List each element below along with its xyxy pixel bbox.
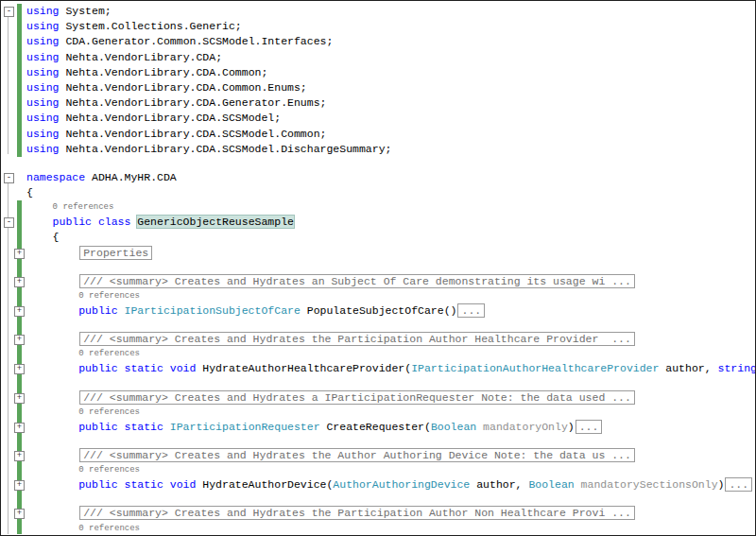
fold-expand-icon[interactable]: + bbox=[14, 451, 25, 461]
code-line[interactable]: +public static IParticipationRequester C… bbox=[1, 420, 755, 435]
code-line[interactable]: +public IParticipationSubjectOfCare Popu… bbox=[1, 303, 755, 319]
code-text: using System.Collections.Generic; bbox=[26, 19, 755, 34]
code-text: 0 references bbox=[26, 289, 755, 303]
fold-expand-icon[interactable]: + bbox=[14, 480, 25, 491]
codelens-references[interactable]: 0 references bbox=[78, 465, 140, 475]
code-text: public class GenericObjectReuseSample bbox=[26, 215, 755, 230]
code-text: /// <summary> Creates and Hydrates the P… bbox=[26, 332, 755, 347]
code-text: public static IParticipationRequester Cr… bbox=[26, 420, 755, 435]
code-line[interactable]: +/// <summary> Creates and Hydrates the … bbox=[1, 448, 755, 463]
code-line[interactable]: +/// <summary> Creates and Hydrates a IP… bbox=[1, 390, 755, 406]
code-line[interactable]: using CDA.Generator.Common.SCSModel.Inte… bbox=[1, 34, 755, 49]
code-line[interactable]: using Nehta.VendorLibrary.CDA.SCSModel; bbox=[1, 111, 755, 126]
code-line[interactable]: +public static void HydrateAuthorHealthc… bbox=[1, 361, 755, 376]
code-text: /// <summary> Creates and Hydrates the A… bbox=[26, 448, 755, 463]
code-token: Boolean bbox=[528, 478, 574, 491]
fold-expand-icon[interactable]: + bbox=[14, 509, 25, 519]
codelens-row[interactable]: 0 references bbox=[1, 406, 755, 420]
collapsed-region-box[interactable]: /// <summary> Creates and Hydrates the P… bbox=[79, 506, 635, 520]
codelens-row[interactable]: 0 references bbox=[1, 522, 755, 536]
codelens-references[interactable]: 0 references bbox=[78, 291, 140, 301]
code-token: System.Collections.Generic; bbox=[60, 20, 242, 32]
codelens-row[interactable]: 0 references bbox=[1, 289, 755, 303]
fold-collapse-icon[interactable]: - bbox=[4, 173, 14, 183]
code-text: 0 references bbox=[26, 406, 755, 420]
fold-collapse-icon[interactable]: - bbox=[4, 7, 14, 17]
code-text: 0 references bbox=[26, 347, 755, 361]
code-line[interactable]: using Nehta.VendorLibrary.CDA; bbox=[1, 50, 755, 65]
code-text: using Nehta.VendorLibrary.CDA.SCSModel.D… bbox=[26, 142, 755, 157]
collapsed-region-box[interactable]: /// <summary> Creates and Hydrates the A… bbox=[79, 448, 635, 462]
code-token: using bbox=[26, 143, 60, 155]
codelens-references[interactable]: 0 references bbox=[53, 202, 114, 212]
collapsed-region-box[interactable]: /// <summary> Creates and Hydrates an Su… bbox=[79, 274, 635, 288]
blank-line bbox=[1, 435, 755, 448]
code-token: public static void bbox=[78, 478, 202, 491]
fold-expand-icon[interactable]: + bbox=[14, 277, 25, 287]
collapsed-body-box[interactable]: ... bbox=[725, 477, 752, 492]
code-line[interactable]: { bbox=[1, 230, 755, 245]
code-text: 0 references bbox=[26, 200, 755, 215]
fold-expand-icon[interactable]: + bbox=[14, 249, 25, 259]
code-token: author, bbox=[659, 362, 717, 374]
code-token: Nehta.VendorLibrary.CDA.SCSModel.Dischar… bbox=[60, 143, 392, 155]
collapsed-region-box[interactable]: /// <summary> Creates and Hydrates the P… bbox=[79, 332, 635, 346]
code-line[interactable]: { bbox=[1, 185, 755, 200]
code-line[interactable]: using Nehta.VendorLibrary.CDA.Common.Enu… bbox=[1, 80, 755, 95]
code-line[interactable]: -using System; bbox=[1, 4, 755, 19]
code-token: Nehta.VendorLibrary.CDA.SCSModel.Common; bbox=[60, 128, 327, 140]
fold-expand-icon[interactable]: + bbox=[14, 306, 25, 317]
code-line[interactable]: using System.Collections.Generic; bbox=[1, 19, 755, 34]
code-text: 0 references bbox=[26, 522, 755, 536]
fold-expand-icon[interactable]: + bbox=[14, 335, 25, 345]
codelens-references[interactable]: 0 references bbox=[78, 349, 140, 358]
fold-collapse-icon[interactable]: - bbox=[4, 217, 14, 228]
code-text: using System; bbox=[26, 4, 755, 19]
code-token: CreateRequester( bbox=[320, 421, 431, 433]
code-line[interactable]: using Nehta.VendorLibrary.CDA.Common; bbox=[1, 65, 755, 80]
code-token: CDA.Generator.Common.SCSModel.Interfaces… bbox=[60, 35, 334, 47]
codelens-row[interactable]: 0 references bbox=[1, 200, 755, 215]
code-line[interactable]: +/// <summary> Creates and Hydrates an S… bbox=[1, 274, 755, 289]
codelens-row[interactable]: 0 references bbox=[1, 463, 755, 477]
code-line[interactable]: using Nehta.VendorLibrary.CDA.SCSModel.D… bbox=[1, 142, 755, 157]
code-text: 0 references bbox=[26, 463, 755, 477]
code-token: using bbox=[26, 35, 60, 47]
codelens-references[interactable]: 0 references bbox=[78, 524, 140, 533]
code-line[interactable]: +Properties bbox=[1, 246, 755, 261]
collapsed-region-box[interactable]: Properties bbox=[79, 246, 152, 260]
code-token: using bbox=[26, 112, 60, 124]
code-line[interactable]: -namespace ADHA.MyHR.CDA bbox=[1, 170, 755, 185]
code-line[interactable]: -public class GenericObjectReuseSample bbox=[1, 215, 755, 230]
code-token: HydrateAuthorHealthcareProvider( bbox=[202, 362, 411, 374]
code-line[interactable]: +public static void HydrateAuthorDevice(… bbox=[1, 477, 755, 493]
code-text: using Nehta.VendorLibrary.CDA.Generator.… bbox=[26, 95, 755, 111]
code-text: /// <summary> Creates and Hydrates a IPa… bbox=[26, 390, 755, 406]
code-text: using Nehta.VendorLibrary.CDA.SCSModel; bbox=[26, 111, 755, 126]
code-token: IParticipationAuthorHealthcareProvider bbox=[411, 362, 659, 374]
code-text: namespace ADHA.MyHR.CDA bbox=[26, 170, 755, 185]
code-text: /// <summary> Creates and Hydrates the P… bbox=[26, 506, 755, 521]
code-token: author, bbox=[470, 478, 528, 491]
collapsed-region-box[interactable]: /// <summary> Creates and Hydrates a IPa… bbox=[79, 390, 635, 405]
collapsed-body-box[interactable]: ... bbox=[576, 420, 603, 434]
code-line[interactable]: using Nehta.VendorLibrary.CDA.SCSModel.C… bbox=[1, 127, 755, 142]
code-line[interactable]: +/// <summary> Creates and Hydrates the … bbox=[1, 332, 755, 347]
code-token: using bbox=[26, 81, 60, 94]
fold-expand-icon[interactable]: + bbox=[14, 423, 25, 433]
code-line[interactable]: using Nehta.VendorLibrary.CDA.Generator.… bbox=[1, 95, 755, 111]
code-line[interactable]: +/// <summary> Creates and Hydrates the … bbox=[1, 506, 755, 521]
code-token: namespace bbox=[26, 171, 85, 183]
code-text: using Nehta.VendorLibrary.CDA.Common.Enu… bbox=[26, 80, 755, 95]
blank-line bbox=[1, 377, 755, 390]
collapsed-body-box[interactable]: ... bbox=[457, 303, 485, 318]
code-text: /// <summary> Creates and Hydrates an Su… bbox=[26, 274, 755, 289]
fold-expand-icon[interactable]: + bbox=[14, 364, 25, 374]
blank-line bbox=[1, 261, 755, 274]
code-token: public bbox=[78, 304, 124, 317]
codelens-references[interactable]: 0 references bbox=[78, 407, 140, 417]
code-token: public static void bbox=[78, 362, 202, 374]
codelens-row[interactable]: 0 references bbox=[1, 347, 755, 361]
code-token: ) bbox=[718, 478, 725, 491]
fold-expand-icon[interactable]: + bbox=[14, 393, 25, 404]
